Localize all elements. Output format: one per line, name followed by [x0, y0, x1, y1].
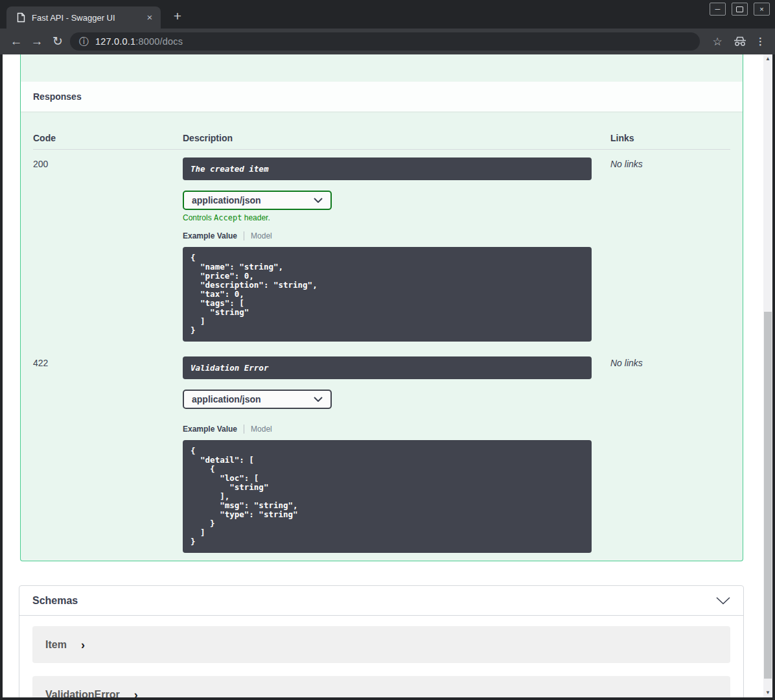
bookmark-star-icon[interactable]: ☆	[710, 35, 724, 49]
url-text: 127.0.0.1:8000/docs	[95, 36, 183, 47]
response-description-cell: Validation Error application/json Exampl…	[183, 356, 610, 553]
close-button[interactable]: ×	[754, 3, 770, 16]
responses-table-header: Code Description Links	[33, 111, 730, 150]
browser-window: Fast API - Swagger UI × + ─ × ← → ↻ ⓘ 12…	[0, 0, 775, 700]
browser-toolbar: ← → ↻ ⓘ 127.0.0.1:8000/docs ☆ ⋮	[0, 29, 775, 54]
chevron-right-icon: ›	[81, 639, 85, 651]
address-bar[interactable]: ⓘ 127.0.0.1:8000/docs	[70, 32, 700, 51]
opblock-post: Responses Code Description Links 200 The…	[20, 54, 743, 561]
page-favicon-icon	[17, 12, 25, 23]
col-header-description: Description	[183, 133, 610, 143]
tab-model[interactable]: Model	[251, 425, 272, 434]
chevron-down-icon	[314, 397, 323, 402]
example-model-tabs: Example Value Model	[183, 425, 610, 434]
schemas-models: Item › ValidationError ›	[19, 616, 743, 697]
reload-button[interactable]: ↻	[48, 29, 67, 54]
scroll-up-icon[interactable]: ▲	[763, 54, 772, 64]
response-code: 422	[33, 356, 183, 368]
new-tab-button[interactable]: +	[168, 8, 187, 26]
incognito-icon	[733, 36, 747, 47]
response-description: Validation Error	[183, 356, 592, 379]
model-validationerror[interactable]: ValidationError ›	[32, 676, 730, 697]
url-host: 127.0.0.1	[95, 36, 135, 47]
titlebar: Fast API - Swagger UI × + ─ ×	[0, 0, 775, 29]
maximize-icon	[736, 6, 743, 12]
window-controls: ─ ×	[710, 3, 770, 16]
scroll-down-icon[interactable]: ▼	[763, 688, 772, 697]
minimize-button[interactable]: ─	[710, 3, 726, 16]
response-links: No links	[610, 356, 730, 368]
page-content: Responses Code Description Links 200 The…	[3, 54, 772, 697]
tab-divider	[244, 231, 244, 240]
site-info-icon[interactable]: ⓘ	[79, 36, 89, 48]
maximize-button[interactable]	[732, 3, 748, 16]
schemas-section: Schemas Item › ValidationError ›	[19, 585, 744, 697]
response-row-422: 422 Validation Error application/json Ex…	[33, 349, 730, 553]
browser-tab[interactable]: Fast API - Swagger UI ×	[6, 6, 161, 29]
tab-model[interactable]: Model	[251, 231, 272, 240]
example-json-422: { "detail": [ { "loc": [ "string" ], "ms…	[183, 440, 592, 553]
schemas-header[interactable]: Schemas	[19, 586, 743, 616]
page-scrollbar[interactable]: ▲ ▼	[763, 54, 772, 697]
response-row-200: 200 The created item application/json Co…	[33, 150, 730, 342]
responses-title: Responses	[33, 91, 82, 102]
back-button[interactable]: ←	[6, 29, 26, 54]
row-gap	[33, 342, 730, 349]
chevron-right-icon: ›	[134, 689, 138, 698]
response-description: The created item	[183, 158, 592, 180]
responses-section-header: Responses	[21, 82, 743, 111]
response-links: No links	[610, 158, 730, 169]
example-model-tabs: Example Value Model	[183, 231, 610, 240]
url-path: :8000/docs	[135, 36, 183, 47]
tab-example-value[interactable]: Example Value	[183, 425, 237, 434]
tab-example-value[interactable]: Example Value	[183, 231, 237, 240]
tab-divider	[244, 425, 244, 434]
forward-button[interactable]: →	[27, 29, 47, 54]
chevron-down-icon[interactable]	[716, 597, 730, 605]
tab-title: Fast API - Swagger UI	[32, 13, 144, 23]
response-code: 200	[33, 158, 183, 169]
media-type-select[interactable]: application/json	[183, 191, 332, 210]
model-item[interactable]: Item ›	[32, 626, 730, 663]
schemas-title: Schemas	[32, 595, 78, 607]
col-header-code: Code	[33, 133, 183, 143]
media-type-select[interactable]: application/json	[183, 390, 332, 409]
col-header-links: Links	[610, 133, 730, 143]
chevron-down-icon	[314, 198, 323, 203]
responses-table: Code Description Links 200 The created i…	[21, 111, 743, 553]
scrollbar-thumb[interactable]	[764, 312, 772, 679]
toolbar-actions: ☆ ⋮	[710, 29, 765, 54]
browser-menu-icon[interactable]: ⋮	[756, 36, 765, 47]
accept-header-note: Controls Accept header.	[183, 213, 610, 222]
example-json-200: { "name": "string", "price": 0, "descrip…	[183, 247, 592, 342]
response-description-cell: The created item application/json Contro…	[183, 158, 610, 342]
tab-close-icon[interactable]: ×	[144, 12, 156, 23]
